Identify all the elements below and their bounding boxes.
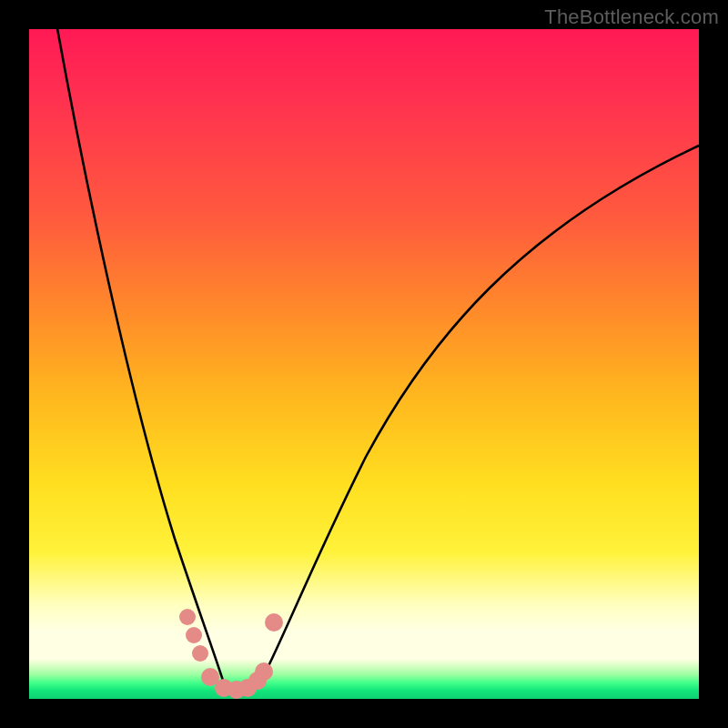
svg-point-2	[192, 645, 208, 662]
right-curve	[258, 146, 699, 686]
svg-point-1	[186, 627, 202, 643]
valley-markers	[179, 609, 283, 699]
svg-point-8	[255, 662, 273, 681]
svg-point-9	[265, 613, 283, 632]
left-curve	[56, 24, 225, 686]
watermark-text: TheBottleneck.com	[544, 5, 719, 29]
chart-curves	[29, 29, 699, 699]
chart-plot-area	[29, 29, 699, 699]
chart-frame: TheBottleneck.com	[0, 0, 728, 728]
svg-point-0	[179, 609, 196, 625]
